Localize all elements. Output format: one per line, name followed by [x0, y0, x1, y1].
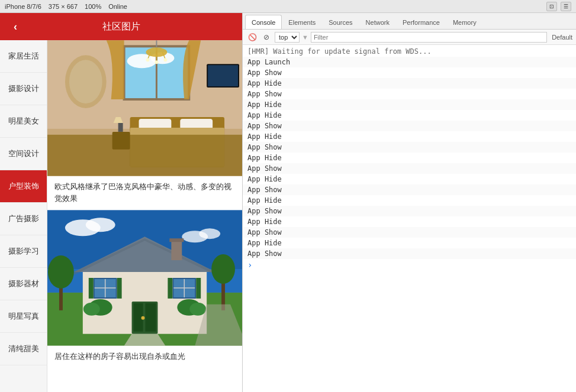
- svg-rect-41: [145, 303, 156, 332]
- svg-rect-54: [196, 278, 201, 299]
- status-label: Online: [108, 3, 127, 10]
- console-line-13: App Show: [243, 184, 576, 195]
- device-label: iPhone 8/7/6: [5, 3, 41, 10]
- sidebar-item-9[interactable]: 清纯甜美: [0, 333, 47, 365]
- inspect-icon[interactable]: ⊡: [546, 2, 557, 11]
- zoom-label: 100%: [85, 3, 101, 10]
- svg-rect-53: [168, 278, 172, 299]
- mobile-panel: ‹ 社区图片 家居生活摄影设计明星美女空间设计户型装饰广告摄影摄影学习摄影器材明…: [0, 13, 243, 392]
- console-line-9: App Show: [243, 142, 576, 153]
- devtools-tab-network[interactable]: Network: [359, 15, 396, 29]
- console-line-14: App Hide: [243, 195, 576, 206]
- app-title: 社区图片: [24, 21, 218, 33]
- svg-point-24: [69, 60, 102, 103]
- svg-point-12: [146, 58, 149, 61]
- console-line-10: App Hide: [243, 153, 576, 163]
- console-line-4: App Show: [243, 89, 576, 99]
- console-line-1: App Launch: [243, 57, 576, 67]
- card-caption-1: 居住在这样的房子容易出现自杀或血光: [47, 346, 242, 367]
- console-line-11: App Show: [243, 163, 576, 174]
- svg-point-59: [189, 303, 206, 316]
- sidebar-item-3[interactable]: 空间设计: [0, 138, 47, 170]
- devtools-toolbar: 🚫 ⊘ top ▼ Default: [243, 30, 576, 45]
- svg-point-30: [86, 218, 115, 232]
- dims-label: 375 × 667: [49, 3, 78, 10]
- console-output: [HMR] Waiting for update signal from WDS…: [243, 45, 576, 392]
- back-button[interactable]: ‹: [7, 18, 24, 35]
- svg-rect-26: [118, 123, 123, 132]
- svg-rect-16: [208, 65, 238, 86]
- image-card-0: 欧式风格继承了巴洛克风格中豪华、动感、多变的视觉效果: [47, 40, 242, 209]
- console-line-7: App Show: [243, 121, 576, 131]
- devtools-tabs: ConsoleElementsSourcesNetworkPerformance…: [243, 13, 576, 30]
- house-image: [47, 210, 242, 346]
- clear-console-icon[interactable]: 🚫: [246, 31, 258, 43]
- main-content: ‹ 社区图片 家居生活摄影设计明星美女空间设计户型装饰广告摄影摄影学习摄影器材明…: [0, 13, 576, 392]
- app-main-scroll[interactable]: 欧式风格继承了巴洛克风格中豪华、动感、多变的视觉效果: [47, 40, 242, 392]
- image-card-1: 居住在这样的房子容易出现自杀或血光: [47, 210, 242, 367]
- svg-rect-37: [171, 239, 182, 260]
- svg-point-63: [211, 254, 235, 284]
- console-line-16: App Hide: [243, 216, 576, 227]
- console-line-8: App Hide: [243, 131, 576, 142]
- devtools-tab-elements[interactable]: Elements: [282, 15, 322, 29]
- console-line-12: App Hide: [243, 174, 576, 184]
- console-chevron[interactable]: ›: [243, 259, 576, 271]
- sidebar-item-0[interactable]: 家居生活: [0, 40, 47, 73]
- svg-point-61: [48, 255, 74, 289]
- svg-point-57: [83, 303, 100, 316]
- console-line-18: App Hide: [243, 238, 576, 248]
- svg-rect-48: [117, 278, 122, 299]
- sidebar-item-6[interactable]: 摄影学习: [0, 235, 47, 268]
- app-sidebar: 家居生活摄影设计明星美女空间设计户型装饰广告摄影摄影学习摄影器材明星写真清纯甜美: [0, 40, 47, 392]
- svg-rect-22: [47, 135, 242, 176]
- context-select[interactable]: top: [275, 32, 300, 43]
- card-caption-0: 欧式风格继承了巴洛克风格中豪华、动感、多变的视觉效果: [47, 176, 242, 209]
- devtools-tab-sources[interactable]: Sources: [322, 15, 359, 29]
- devtools-tab-console[interactable]: Console: [245, 15, 282, 29]
- filter-icon[interactable]: ⊘: [260, 31, 272, 43]
- svg-point-13: [155, 60, 158, 64]
- svg-rect-25: [112, 132, 130, 150]
- bedroom-image: [47, 40, 242, 176]
- console-line-17: App Show: [243, 227, 576, 238]
- console-line-6: App Hide: [243, 110, 576, 121]
- console-line-0: [HMR] Waiting for update signal from WDS…: [243, 46, 576, 57]
- svg-point-32: [199, 228, 220, 239]
- sidebar-item-4[interactable]: 户型装饰: [0, 170, 47, 203]
- sidebar-item-5[interactable]: 广告摄影: [0, 203, 47, 235]
- console-line-19: App Show: [243, 248, 576, 259]
- svg-point-14: [163, 58, 167, 61]
- sidebar-item-2[interactable]: 明星美女: [0, 105, 47, 138]
- console-line-3: App Hide: [243, 78, 576, 89]
- devtools-panel: ConsoleElementsSourcesNetworkPerformance…: [243, 13, 576, 392]
- device-icon[interactable]: ☰: [561, 2, 571, 11]
- console-line-15: App Show: [243, 206, 576, 216]
- filter-input[interactable]: [311, 32, 547, 43]
- devtools-tab-memory[interactable]: Memory: [446, 15, 483, 29]
- svg-rect-38: [169, 238, 184, 242]
- svg-point-42: [141, 316, 145, 320]
- console-line-5: App Hide: [243, 99, 576, 110]
- sidebar-item-8[interactable]: 明星写真: [0, 300, 47, 333]
- app-body: 家居生活摄影设计明星美女空间设计户型装饰广告摄影摄影学习摄影器材明星写真清纯甜美: [0, 40, 242, 392]
- svg-rect-47: [89, 278, 94, 299]
- console-line-2: App Show: [243, 67, 576, 78]
- default-label: Default: [552, 34, 572, 41]
- app-header: ‹ 社区图片: [0, 13, 242, 40]
- devtools-tab-performance[interactable]: Performance: [396, 15, 446, 29]
- sidebar-item-7[interactable]: 摄影器材: [0, 268, 47, 300]
- sidebar-item-1[interactable]: 摄影设计: [0, 73, 47, 105]
- browser-top-bar: iPhone 8/7/6 375 × 667 100% Online ⊡ ☰: [0, 0, 576, 13]
